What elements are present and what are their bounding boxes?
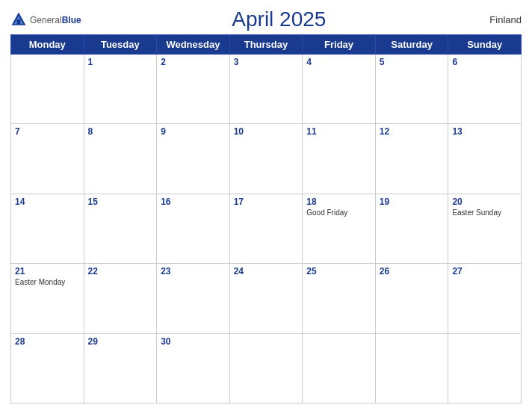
day-number: 21 bbox=[15, 266, 80, 276]
header-monday: Monday bbox=[11, 35, 84, 55]
header-friday: Friday bbox=[303, 35, 376, 55]
day-number: 8 bbox=[88, 126, 153, 137]
header-thursday: Thursday bbox=[229, 35, 303, 55]
day-number: 25 bbox=[306, 266, 371, 276]
day-number: 2 bbox=[161, 57, 226, 67]
day-cell: 8 bbox=[84, 124, 157, 194]
holiday-label: Easter Monday bbox=[15, 278, 80, 287]
day-number: 11 bbox=[306, 126, 371, 137]
day-number: 14 bbox=[15, 197, 80, 207]
day-number: 4 bbox=[306, 57, 371, 67]
day-cell: 1 bbox=[84, 55, 157, 124]
header-saturday: Saturday bbox=[375, 35, 448, 55]
day-cell: 29 bbox=[84, 333, 157, 403]
day-cell: 23 bbox=[157, 264, 230, 333]
day-number: 19 bbox=[380, 197, 445, 207]
day-cell: 12 bbox=[375, 124, 448, 194]
day-number: 15 bbox=[88, 197, 153, 207]
day-number: 3 bbox=[234, 57, 299, 67]
day-number: 16 bbox=[161, 197, 226, 207]
day-number: 27 bbox=[452, 266, 517, 276]
day-number: 10 bbox=[234, 126, 299, 137]
header-tuesday: Tuesday bbox=[84, 35, 157, 55]
day-number: 17 bbox=[234, 197, 299, 207]
day-cell bbox=[375, 333, 448, 403]
holiday-label: Good Friday bbox=[306, 208, 371, 217]
day-number: 22 bbox=[88, 266, 153, 276]
day-cell bbox=[11, 55, 84, 124]
svg-rect-3 bbox=[17, 19, 21, 24]
header-wednesday: Wednesday bbox=[157, 35, 230, 55]
day-cell bbox=[448, 333, 522, 403]
calendar-header: Monday Tuesday Wednesday Thursday Friday… bbox=[11, 35, 522, 55]
weekday-header-row: Monday Tuesday Wednesday Thursday Friday… bbox=[11, 35, 522, 55]
day-cell: 2 bbox=[157, 55, 230, 124]
day-cell: 3 bbox=[229, 55, 303, 124]
day-cell bbox=[303, 333, 376, 403]
day-number: 7 bbox=[15, 126, 80, 137]
day-cell: 10 bbox=[229, 124, 303, 194]
day-cell: 24 bbox=[229, 264, 303, 333]
day-cell: 21Easter Monday bbox=[11, 264, 84, 333]
day-number: 13 bbox=[452, 126, 517, 137]
logo-text: GeneralBlue bbox=[30, 13, 81, 26]
header-sunday: Sunday bbox=[448, 35, 522, 55]
day-number: 5 bbox=[380, 57, 445, 67]
day-number: 23 bbox=[161, 266, 226, 276]
day-cell: 27 bbox=[448, 264, 522, 333]
day-cell: 16 bbox=[157, 194, 230, 263]
day-cell: 7 bbox=[11, 124, 84, 194]
day-number: 12 bbox=[380, 126, 445, 137]
day-cell: 26 bbox=[375, 264, 448, 333]
week-row-5: 282930 bbox=[11, 333, 522, 403]
day-cell: 22 bbox=[84, 264, 157, 333]
week-row-1: 123456 bbox=[11, 55, 522, 124]
day-cell: 4 bbox=[303, 55, 376, 124]
day-cell: 13 bbox=[448, 124, 522, 194]
day-cell: 11 bbox=[303, 124, 376, 194]
day-cell: 9 bbox=[157, 124, 230, 194]
day-cell: 17 bbox=[229, 194, 303, 263]
calendar-body: 123456789101112131415161718Good Friday19… bbox=[11, 55, 522, 404]
calendar-page: GeneralBlue April 2025 Finland Monday Tu… bbox=[0, 0, 532, 411]
day-number: 9 bbox=[161, 126, 226, 137]
logo: GeneralBlue bbox=[10, 11, 81, 28]
week-row-2: 78910111213 bbox=[11, 124, 522, 194]
day-cell: 5 bbox=[375, 55, 448, 124]
day-number: 6 bbox=[452, 57, 517, 67]
day-number: 1 bbox=[88, 57, 153, 67]
day-number: 30 bbox=[161, 336, 226, 347]
day-cell: 6 bbox=[448, 55, 522, 124]
day-cell: 25 bbox=[303, 264, 376, 333]
day-cell: 19 bbox=[375, 194, 448, 263]
day-cell: 15 bbox=[84, 194, 157, 263]
day-number: 29 bbox=[88, 336, 153, 347]
day-number: 26 bbox=[380, 266, 445, 276]
calendar-title: April 2025 bbox=[232, 7, 326, 31]
day-cell: 18Good Friday bbox=[303, 194, 376, 263]
top-bar: GeneralBlue April 2025 Finland bbox=[10, 7, 522, 31]
logo-general: General bbox=[30, 15, 62, 25]
logo-blue: Blue bbox=[62, 15, 81, 25]
country-label: Finland bbox=[477, 14, 522, 25]
calendar-title-area: April 2025 bbox=[81, 7, 477, 31]
day-cell: 14 bbox=[11, 194, 84, 263]
day-number: 20 bbox=[452, 197, 517, 207]
generalblue-logo-icon bbox=[10, 11, 27, 28]
day-cell bbox=[229, 333, 303, 403]
day-cell: 30 bbox=[157, 333, 230, 403]
day-number: 24 bbox=[234, 266, 299, 276]
day-number: 28 bbox=[15, 336, 80, 347]
calendar-table: Monday Tuesday Wednesday Thursday Friday… bbox=[10, 34, 522, 404]
holiday-label: Easter Sunday bbox=[452, 208, 517, 217]
day-cell: 28 bbox=[11, 333, 84, 403]
day-number: 18 bbox=[306, 197, 371, 207]
week-row-3: 1415161718Good Friday1920Easter Sunday bbox=[11, 194, 522, 263]
day-cell: 20Easter Sunday bbox=[448, 194, 522, 263]
week-row-4: 21Easter Monday222324252627 bbox=[11, 264, 522, 333]
